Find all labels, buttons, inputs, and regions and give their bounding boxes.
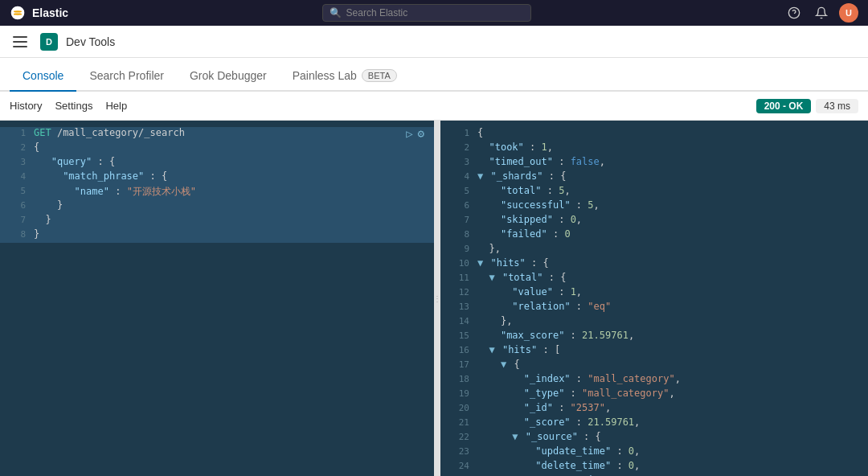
history-button[interactable]: History <box>10 100 42 112</box>
search-icon: 🔍 <box>330 7 342 18</box>
editor-actions: ▷ ⚙ <box>406 127 424 140</box>
json-line-15: 15 "max_score" : 21.59761, <box>440 330 868 344</box>
json-line-12: 12 "value" : 1, <box>440 286 868 301</box>
tabs-row: Console Search Profiler Grok Debugger Pa… <box>0 58 868 92</box>
response-panel[interactable]: 1 { 2 "took" : 1, 3 "timed_out" : false,… <box>440 121 868 476</box>
editor-line-2: 2 { <box>0 142 434 156</box>
json-line-10: 10 ▼ "hits" : { <box>440 257 868 272</box>
app-title: Elastic <box>32 6 68 19</box>
nav-icons: U <box>784 3 858 23</box>
menu-icon <box>13 41 27 43</box>
json-line-18: 18 "_index" : "mall_category", <box>440 373 868 388</box>
help-button[interactable]: Help <box>105 100 127 112</box>
top-nav: Elastic 🔍 Search Elastic U <box>0 0 868 26</box>
json-line-20: 20 "_id" : "2537", <box>440 402 868 416</box>
json-line-13: 13 "relation" : "eq" <box>440 301 868 315</box>
json-line-17: 17 ▼ { <box>440 359 868 373</box>
global-search[interactable]: 🔍 Search Elastic <box>322 4 531 22</box>
json-line-22: 22 ▼ "_source" : { <box>440 431 868 445</box>
secondary-nav: D Dev Tools <box>0 26 868 58</box>
menu-icon <box>13 46 27 47</box>
json-line-19: 19 "_type" : "mall_category", <box>440 388 868 402</box>
code-editor[interactable]: 1 GET /mall_category/_search 2 { 3 "quer… <box>0 121 434 476</box>
json-line-4: 4 ▼ "_shards" : { <box>440 170 868 185</box>
json-line-2: 2 "took" : 1, <box>440 142 868 156</box>
elastic-logo-icon <box>10 5 26 21</box>
app-logo[interactable]: Elastic <box>10 5 68 21</box>
search-placeholder: Search Elastic <box>346 7 408 18</box>
json-line-6: 6 "successful" : 5, <box>440 199 868 214</box>
time-badge: 43 ms <box>816 99 858 113</box>
editor-line-6: 6 } <box>0 199 434 214</box>
json-line-14: 14 }, <box>440 315 868 330</box>
json-line-8: 8 "failed" : 0 <box>440 228 868 243</box>
notifications-icon[interactable] <box>812 3 831 23</box>
editor-line-7: 7 } <box>0 214 434 228</box>
beta-badge: BETA <box>362 69 397 82</box>
editor-line-3: 3 "query" : { <box>0 156 434 170</box>
editor-line-5: 5 "name" : "开源技术小栈" <box>0 185 434 199</box>
json-line-1: 1 { <box>440 127 868 142</box>
breadcrumb-title: Dev Tools <box>66 35 115 48</box>
panel-divider[interactable]: ⋮ <box>434 121 440 476</box>
menu-icon <box>13 36 27 38</box>
tab-console[interactable]: Console <box>10 61 76 92</box>
json-line-21: 21 "_score" : 21.59761, <box>440 416 868 431</box>
settings-button[interactable]: Settings <box>55 100 92 112</box>
status-ok-badge: 200 - OK <box>756 99 812 113</box>
tab-painless-lab[interactable]: Painless Lab BETA <box>280 61 410 92</box>
json-line-11: 11 ▼ "total" : { <box>440 272 868 286</box>
json-line-24: 24 "delete_time" : 0, <box>440 460 868 474</box>
run-icon[interactable]: ▷ <box>406 127 412 140</box>
editor-panel: 1 GET /mall_category/_search 2 { 3 "quer… <box>0 121 434 476</box>
json-line-16: 16 ▼ "hits" : [ <box>440 344 868 359</box>
editor-line-4: 4 "match_phrase" : { <box>0 170 434 185</box>
json-line-7: 7 "skipped" : 0, <box>440 214 868 228</box>
svg-point-1 <box>15 10 21 16</box>
tab-search-profiler[interactable]: Search Profiler <box>76 61 177 92</box>
help-icon[interactable] <box>784 3 804 23</box>
user-avatar[interactable]: U <box>839 3 858 23</box>
menu-button[interactable] <box>10 31 32 53</box>
status-area: 200 - OK 43 ms <box>756 99 858 113</box>
main-content: 1 GET /mall_category/_search 2 { 3 "quer… <box>0 121 868 476</box>
json-line-3: 3 "timed_out" : false, <box>440 156 868 170</box>
editor-line-8: 8 } <box>0 228 434 243</box>
json-line-23: 23 "update_time" : 0, <box>440 445 868 460</box>
breadcrumb-icon: D <box>40 33 58 51</box>
json-line-5: 5 "total" : 5, <box>440 185 868 199</box>
editor-line-1: 1 GET /mall_category/_search <box>0 127 434 142</box>
toolbar: History Settings Help 200 - OK 43 ms <box>0 92 868 121</box>
tab-grok-debugger[interactable]: Grok Debugger <box>177 61 280 92</box>
copy-icon[interactable]: ⚙ <box>418 127 424 140</box>
json-line-9: 9 }, <box>440 243 868 257</box>
